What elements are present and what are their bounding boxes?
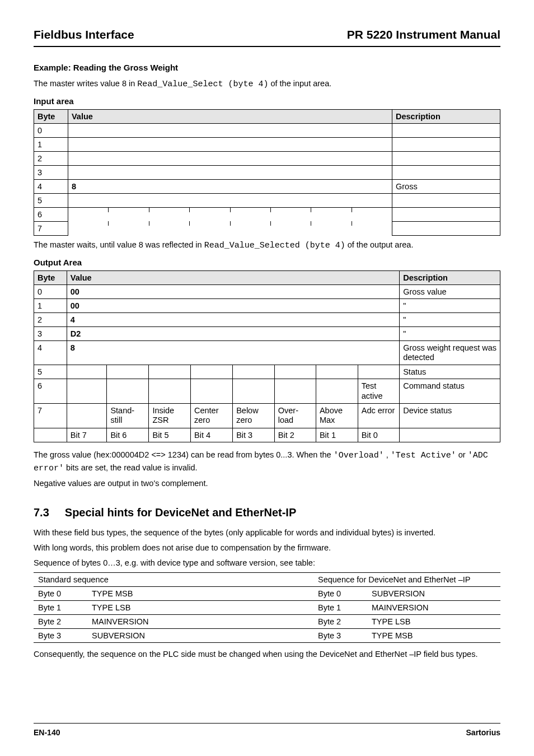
sec73-p4: Consequently, the sequence on the PLC si… <box>34 648 500 660</box>
sub-cell: Center zero <box>190 404 232 428</box>
cell-value <box>68 221 392 235</box>
sub-cell <box>274 379 316 404</box>
sub-cell <box>270 221 311 226</box>
page-header: Fieldbus Interface PR 5220 Instrument Ma… <box>34 28 500 47</box>
intro-code: Read_Value_Select (byte 4) <box>137 80 268 89</box>
sub-cell <box>149 208 189 212</box>
sub-cell <box>149 365 191 379</box>
table-row: 2 <box>34 151 500 165</box>
cell-byte <box>34 428 67 442</box>
input-area-label: Input area <box>34 96 500 106</box>
seq-cell: MAINVERSION <box>367 601 500 615</box>
cell-desc: " <box>400 326 500 340</box>
table-row: 3 <box>34 165 500 179</box>
sub-cell <box>358 365 399 379</box>
cell-value: 00 <box>67 298 399 312</box>
seq-head-left: Standard sequence <box>34 573 313 587</box>
cell-byte: 6 <box>34 207 68 221</box>
cell-byte: 0 <box>34 284 67 298</box>
sub-cell <box>67 404 107 428</box>
table-row: Byte 1 TYPE LSB Byte 1 MAINVERSION <box>34 601 500 615</box>
section-number: 7.3 <box>34 506 49 519</box>
cell-value <box>68 151 392 165</box>
sequence-table: Standard sequence Sequence for DeviceNet… <box>34 572 500 643</box>
note-line-2: Negative values are output in two's comp… <box>34 478 500 489</box>
sub-cell <box>68 208 109 212</box>
table-row: 7 Stand-still Inside ZSR Center zero Bel… <box>34 404 500 428</box>
sub-cell <box>233 379 275 404</box>
sub-cell: Bit 5 <box>149 428 191 442</box>
cell-byte: 2 <box>34 312 67 326</box>
col-desc: Description <box>400 270 500 284</box>
sub-cell <box>190 365 232 379</box>
sub-cell <box>352 221 392 226</box>
sub-cell: Inside ZSR <box>149 404 191 428</box>
cell-desc: Device status <box>400 404 500 428</box>
cell-desc <box>392 221 500 235</box>
table-row: 4 8 Gross <box>34 179 500 193</box>
cell-value <box>68 165 392 179</box>
cell-value <box>68 123 392 137</box>
cell-desc <box>400 428 500 442</box>
seq-cell: Byte 2 <box>34 615 87 629</box>
cell-value: 8 <box>68 179 392 193</box>
seq-cell: SUBVERSION <box>87 629 313 643</box>
cell-desc: Status <box>400 365 500 379</box>
sub-cell <box>311 221 352 226</box>
seq-cell: Byte 3 <box>313 629 367 643</box>
cell-value: 8 <box>67 340 399 365</box>
seq-cell: Byte 0 <box>34 587 87 601</box>
sub-cell <box>230 208 270 212</box>
cell-byte: 5 <box>34 193 68 207</box>
cell-desc: Gross <box>392 179 500 193</box>
cell-desc: Command status <box>400 379 500 404</box>
sub-cell: Bit 2 <box>274 428 316 442</box>
seq-cell: Byte 1 <box>34 601 87 615</box>
note1-pre: The gross value (hex:000004D2 <=> 1234) … <box>34 450 334 459</box>
sub-cell <box>190 221 230 226</box>
between-code: Read_Value_Selected (byte 4) <box>204 241 345 250</box>
note1-code1: 'Overload' <box>334 451 384 460</box>
seq-cell: SUBVERSION <box>367 587 500 601</box>
sub-cell <box>67 379 107 404</box>
sub-cell: Bit 7 <box>67 428 107 442</box>
seq-cell: Byte 1 <box>313 601 367 615</box>
sub-cell <box>67 365 107 379</box>
note1-post: bits are set, the read value is invalid. <box>66 463 198 472</box>
sub-cell <box>190 379 232 404</box>
sub-cell <box>270 208 311 212</box>
example-heading: Example: Reading the Gross Weight <box>34 63 500 72</box>
page-footer: EN-140 Sartorius <box>34 723 500 737</box>
cell-byte: 3 <box>34 326 67 340</box>
output-area-label: Output Area <box>34 258 500 267</box>
cell-byte: 7 <box>34 404 67 428</box>
cell-byte: 5 <box>34 365 67 379</box>
seq-cell: TYPE LSB <box>87 601 313 615</box>
cell-value: 4 <box>67 312 399 326</box>
table-row: 1 <box>34 137 500 151</box>
table-row: 0 <box>34 123 500 137</box>
sub-cell: Bit 3 <box>233 428 275 442</box>
table-row: 5 <box>34 193 500 207</box>
table-row: 0 00 Gross value <box>34 284 500 298</box>
seq-head-right: Sequence for DeviceNet and EtherNet –IP <box>313 573 500 587</box>
between-text: The master waits, until value 8 was refl… <box>34 239 500 252</box>
sub-cell: Above Max <box>316 404 358 428</box>
between-post: of the output area. <box>348 240 414 249</box>
table-row: 3 D2 " <box>34 326 500 340</box>
table-row: Byte 0 TYPE MSB Byte 0 SUBVERSION <box>34 587 500 601</box>
table-row: 6 Test active Command status <box>34 379 500 404</box>
note1-mid2: or <box>458 450 468 459</box>
seq-cell: Byte 2 <box>313 615 367 629</box>
header-right: PR 5220 Instrument Manual <box>347 28 500 41</box>
sub-cell <box>230 221 270 226</box>
header-left: Fieldbus Interface <box>34 28 134 41</box>
col-desc: Description <box>392 109 500 123</box>
cell-value: 00 <box>67 284 399 298</box>
cell-value <box>68 193 392 207</box>
input-area-table: Byte Value Description 0 1 2 3 4 8 Gross… <box>34 109 500 236</box>
cell-desc: " <box>400 298 500 312</box>
table-row: Bit 7 Bit 6 Bit 5 Bit 4 Bit 3 Bit 2 Bit … <box>34 428 500 442</box>
cell-byte: 3 <box>34 165 68 179</box>
intro-pre: The master writes value 8 in <box>34 79 137 88</box>
